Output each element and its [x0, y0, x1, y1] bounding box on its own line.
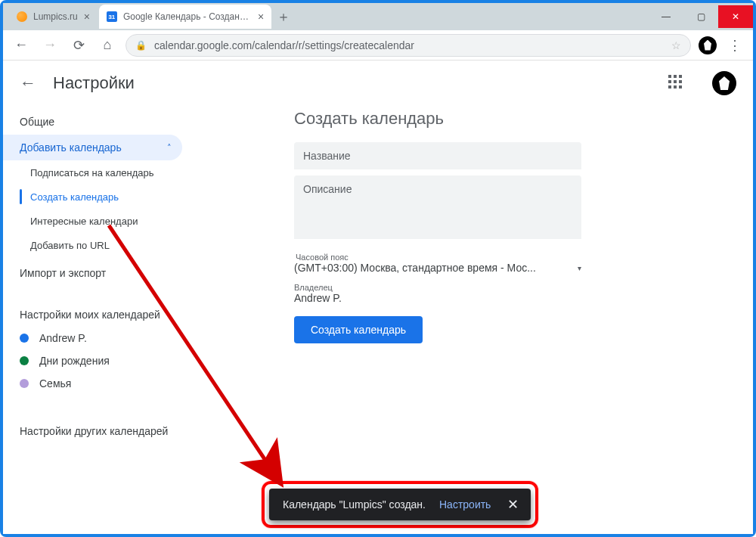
google-apps-icon[interactable] — [668, 75, 685, 92]
omnibox[interactable]: 🔒 calendar.google.com/calendar/r/setting… — [125, 34, 691, 57]
omnibox-url: calendar.google.com/calendar/r/settings/… — [154, 39, 414, 51]
toast-action-link[interactable]: Настроить — [439, 498, 491, 511]
sidebar-sub-create[interactable]: Создать календарь — [3, 185, 182, 209]
toast-close-button[interactable]: ✕ — [504, 493, 522, 516]
timezone-select[interactable]: Часовой пояс (GMT+03:00) Москва, стандар… — [294, 253, 581, 274]
favicon-lumpics-icon — [17, 11, 27, 22]
calendar-row[interactable]: Дни рождения — [3, 349, 182, 372]
tab-close-icon[interactable]: × — [258, 11, 264, 23]
calendar-name: Дни рождения — [39, 355, 110, 367]
browser-address-bar: ← → ⟳ ⌂ 🔒 calendar.google.com/calendar/r… — [3, 30, 753, 61]
account-avatar-icon[interactable] — [712, 71, 736, 95]
tab-label: Google Календарь - Создание к — [123, 11, 252, 22]
calendar-row[interactable]: Andrew P. — [3, 327, 182, 349]
new-tab-button[interactable]: ＋ — [273, 6, 294, 27]
timezone-label: Часовой пояс — [294, 253, 581, 262]
calendar-name: Andrew P. — [39, 332, 87, 344]
chevron-up-icon: ˄ — [167, 143, 172, 153]
calendar-description-input[interactable]: Описание — [294, 175, 581, 239]
page-title: Настройки — [53, 73, 135, 93]
window-minimize-button[interactable]: — — [649, 5, 683, 28]
favicon-gcal-icon: 31 — [107, 11, 117, 22]
calendar-color-dot-icon — [20, 379, 29, 388]
create-calendar-panel: Создать календарь Название Описание Часо… — [188, 106, 753, 534]
window-buttons: — ▢ ✕ — [649, 5, 753, 28]
sidebar-item-label: Подписаться на календарь — [30, 167, 154, 178]
owner-label: Владелец — [294, 283, 753, 292]
nav-forward-button[interactable]: → — [39, 35, 60, 56]
nav-home-button[interactable]: ⌂ — [97, 35, 118, 56]
calendar-name: Семья — [39, 377, 71, 390]
panel-title: Создать календарь — [294, 109, 753, 129]
profile-avatar-icon[interactable] — [699, 36, 717, 54]
sidebar-item-add-calendar[interactable]: Добавить календарь ˄ — [3, 135, 182, 160]
tab-label: Lumpics.ru — [33, 11, 78, 22]
chevron-down-icon: ▾ — [578, 264, 581, 272]
sidebar-item-label: Создать календарь — [30, 191, 119, 203]
owner-field: Владелец Andrew P. — [294, 283, 753, 304]
nav-back-button[interactable]: ← — [11, 35, 32, 56]
nav-reload-button[interactable]: ⟳ — [68, 35, 89, 56]
annotation-highlight: Календарь "Lumpics" создан. Настроить ✕ — [262, 481, 538, 528]
toast-text: Календарь "Lumpics" создан. — [283, 498, 426, 511]
sidebar-item-general[interactable]: Общие — [3, 109, 182, 135]
browser-menu-button[interactable]: ⋮ — [724, 35, 745, 56]
settings-sidebar: Общие Добавить календарь ˄ Подписаться н… — [3, 106, 188, 534]
window-maximize-button[interactable]: ▢ — [683, 5, 718, 28]
toast-notification: Календарь "Lumpics" создан. Настроить ✕ — [269, 489, 531, 520]
timezone-value: (GMT+03:00) Москва, стандартное время - … — [294, 262, 536, 274]
sidebar-item-label: Импорт и экспорт — [20, 267, 106, 279]
create-calendar-button[interactable]: Создать календарь — [294, 316, 423, 343]
browser-tab-lumpics[interactable]: Lumpics.ru × — [9, 5, 98, 29]
sidebar-item-label: Добавить календарь — [20, 141, 122, 154]
calendar-name-input[interactable]: Название — [294, 142, 581, 169]
calendar-color-dot-icon — [20, 356, 29, 365]
sidebar-sub-subscribe[interactable]: Подписаться на календарь — [3, 160, 182, 185]
sidebar-item-label: Добавить по URL — [30, 240, 110, 251]
owner-value: Andrew P. — [294, 292, 753, 304]
sidebar-sub-byurl[interactable]: Добавить по URL — [3, 233, 182, 257]
sidebar-item-label: Общие — [20, 116, 54, 128]
browser-titlebar: Lumpics.ru × 31 Google Календарь - Созда… — [3, 3, 753, 30]
bookmark-star-icon[interactable]: ☆ — [671, 39, 681, 51]
window-close-button[interactable]: ✕ — [718, 5, 753, 28]
lock-icon: 🔒 — [135, 40, 147, 51]
app-header: ← Настройки — [3, 61, 753, 106]
browser-tab-gcal[interactable]: 31 Google Календарь - Создание к × — [99, 5, 271, 29]
app-content: ← Настройки Общие Добавить календарь ˄ П… — [3, 61, 753, 534]
sidebar-header-other-calendars: Настройки других календарей — [3, 411, 182, 443]
sidebar-sub-interesting[interactable]: Интересные календари — [3, 209, 182, 233]
calendar-color-dot-icon — [20, 334, 29, 343]
sidebar-header-my-calendars: Настройки моих календарей — [3, 295, 182, 327]
sidebar-item-label: Интересные календари — [30, 216, 138, 227]
calendar-row[interactable]: Семья — [3, 372, 182, 395]
settings-back-button[interactable]: ← — [20, 73, 36, 93]
sidebar-item-import-export[interactable]: Импорт и экспорт — [3, 260, 182, 286]
tab-close-icon[interactable]: × — [84, 11, 90, 23]
